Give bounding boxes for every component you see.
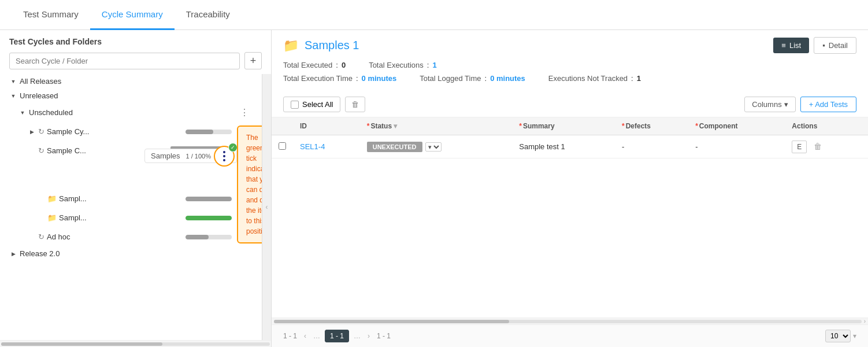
pagination-row: 1 - 1 ‹ … 1 - 1 … › 1 - 1 10 ▾ [272, 324, 868, 347]
tooltip-box: The green tick indicates that you can dr… [237, 125, 262, 243]
ad-hoc-label: Ad hoc [47, 232, 186, 241]
th-actions: Actions [785, 117, 868, 135]
delete-action-button[interactable]: 🗑 [809, 140, 826, 153]
tree-item-unreleased[interactable]: Unreleased [0, 88, 262, 103]
pagination-range-left: 1 - 1 [283, 332, 297, 340]
tab-cycle-summary[interactable]: Cycle Summary [90, 1, 175, 30]
td-actions: E 🗑 [785, 135, 868, 158]
tree-arrow-all-releases [9, 77, 17, 86]
executions-table: ID *Status ▾ *Summary *Defects *Componen… [272, 117, 868, 158]
dots-menu-icon [223, 151, 225, 161]
select-all-button[interactable]: Select All [283, 97, 340, 112]
left-panel: Test Cycles and Folders + All Releases U… [0, 30, 272, 347]
th-summary: *Summary [512, 117, 615, 135]
select-all-label: Select All [302, 100, 333, 109]
th-status: *Status ▾ [360, 117, 513, 135]
tab-traceability[interactable]: Traceability [175, 1, 242, 30]
tooltip-text: The green tick indicates that you can dr… [246, 134, 262, 235]
add-tests-button[interactable]: + Add Tests [800, 97, 856, 112]
right-panel-header: 📁 Samples 1 ≡ List ▪ Detail Total Execut [272, 30, 868, 92]
total-executions-value: 1 [432, 61, 436, 69]
td-id: SEL1-4 [293, 135, 360, 158]
search-input[interactable] [9, 53, 240, 69]
row-checkbox[interactable] [279, 142, 286, 150]
list-view-button[interactable]: ≡ List [773, 38, 809, 53]
folder-big-icon: 📁 [283, 38, 299, 53]
edit-action-button[interactable]: E [792, 141, 807, 153]
folder-icon-1: 📁 [47, 194, 57, 203]
total-execution-time-label: Total Execution Time [283, 74, 353, 83]
tab-cycle-summary-label: Cycle Summary [102, 9, 163, 19]
folder-icon-2: 📁 [47, 213, 57, 222]
page-prev-dots: … [311, 331, 322, 341]
tree-arrow-ad-hoc [28, 233, 36, 241]
table-area: ID *Status ▾ *Summary *Defects *Componen… [272, 117, 868, 318]
release2-label: Release 2.0 [20, 249, 253, 258]
row-id-link[interactable]: SEL1-4 [300, 142, 325, 151]
tab-test-summary-label: Test Summary [23, 9, 79, 19]
tab-test-summary[interactable]: Test Summary [12, 1, 90, 30]
tree-item-all-releases[interactable]: All Releases [0, 74, 262, 88]
page-1-button[interactable]: 1 - 1 [325, 330, 349, 342]
th-component: *Component [688, 117, 785, 135]
pagination-range-right: 1 - 1 [377, 332, 391, 340]
delete-button[interactable]: 🗑 [345, 97, 365, 112]
view-buttons: ≡ List ▪ Detail [773, 37, 856, 54]
per-page-chevron: ▾ [853, 332, 856, 340]
left-panel-title: Test Cycles and Folders [9, 37, 262, 46]
total-executions-label: Total Executions [369, 61, 424, 69]
columns-button[interactable]: Columns ▾ [744, 97, 795, 112]
folder1-progress [186, 197, 232, 201]
drag-icon[interactable]: ✓ [214, 146, 235, 167]
cycle-icon-sample-cy: ↻ [38, 127, 44, 136]
panel-collapse-arrow[interactable]: ‹ [262, 74, 271, 340]
tree-item-sample-folder2[interactable]: 📁 Sampl... ⋮ [0, 208, 262, 227]
cycle-icon-sample-c: ↻ [38, 146, 44, 155]
green-tick-icon: ✓ [228, 143, 238, 152]
detail-view-button[interactable]: ▪ Detail [814, 37, 856, 54]
samples-title: Samples 1 [305, 39, 359, 52]
stat-total-logged-time: Total Logged Time : 0 minutes [420, 74, 525, 83]
per-page-select: 10 ▾ [825, 330, 856, 342]
page-nav: ‹ … 1 - 1 … › 1 - 1 [302, 330, 391, 342]
td-status: UNEXECUTED ▾ [360, 135, 513, 158]
ad-hoc-progress [186, 235, 232, 239]
table-row: SEL1-4 UNEXECUTED ▾ Sample test 1 - - [272, 135, 868, 158]
tree-item-ad-hoc[interactable]: ↻ Ad hoc ⋮ [0, 227, 262, 246]
sample-cy-progress [186, 130, 232, 134]
add-cycle-button[interactable]: + [244, 52, 262, 69]
page-next-arrow[interactable]: › [365, 331, 372, 341]
tree-item-sample-folder1[interactable]: 📁 Sampl... ⋮ [0, 189, 262, 208]
add-tests-label: + Add Tests [809, 100, 848, 109]
page-prev-arrow[interactable]: ‹ [302, 331, 309, 341]
horizontal-scroll[interactable] [0, 340, 271, 347]
th-checkbox [272, 117, 293, 135]
th-defects: *Defects [615, 117, 688, 135]
tree-item-sample-cy[interactable]: ↻ Sample Cy... ⋮ [0, 122, 262, 141]
list-button-label: List [789, 41, 801, 50]
stats-row: Total Executed : 0 Total Executions : 1 [283, 61, 856, 69]
tree-item-release2[interactable]: Release 2.0 [0, 246, 262, 261]
tree-arrow-folder2 [37, 214, 45, 222]
top-tabs: Test Summary Cycle Summary Traceability [0, 0, 868, 30]
list-icon: ≡ [781, 41, 786, 50]
status-badge: UNEXECUTED [367, 142, 422, 152]
table-h-scroll[interactable]: › [272, 318, 868, 324]
total-logged-time-value: 0 minutes [490, 74, 525, 83]
page-next-dots: … [351, 331, 363, 341]
stat-total-execution-time: Total Execution Time : 0 minutes [283, 74, 396, 83]
tree-arrow-sample-c [28, 147, 36, 155]
status-dropdown[interactable]: ▾ [425, 142, 442, 152]
stat-executions-not-tracked: Executions Not Tracked : 1 [548, 74, 641, 83]
samples-popup-label: Samples [151, 152, 180, 160]
per-page-dropdown[interactable]: 10 [825, 330, 851, 342]
tree-item-unscheduled[interactable]: Unscheduled ⋮ [0, 103, 262, 122]
right-panel: 📁 Samples 1 ≡ List ▪ Detail Total Execut [272, 30, 868, 347]
sample-cy-label: Sample Cy... [47, 127, 186, 136]
unscheduled-menu-dots[interactable]: ⋮ [236, 106, 253, 119]
sample-folder1-label: Sampl... [59, 194, 186, 203]
stat-total-executed: Total Executed : 0 [283, 61, 346, 69]
td-defects: - [615, 135, 688, 158]
unscheduled-label: Unscheduled [29, 108, 236, 117]
total-execution-time-value: 0 minutes [362, 74, 397, 83]
